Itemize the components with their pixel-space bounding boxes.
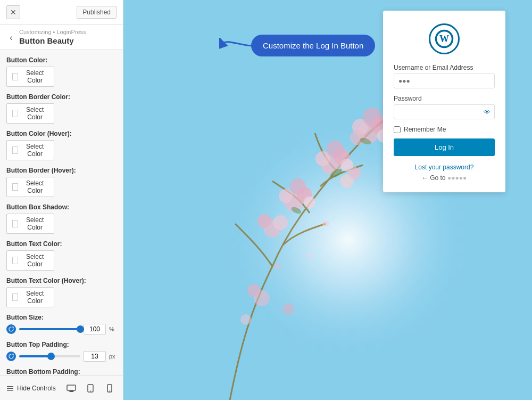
field-group-button-color: Button Color:Select Color — [6, 56, 117, 87]
tablet-icon[interactable] — [84, 381, 97, 395]
svg-rect-1 — [7, 388, 13, 389]
goto-link[interactable]: ●●●●● — [447, 174, 467, 182]
svg-text:W: W — [439, 34, 449, 44]
svg-point-41 — [274, 264, 281, 269]
button-top-padding-input[interactable] — [84, 351, 106, 362]
field-group-button-border-color: Button Border Color:Select Color — [6, 93, 117, 124]
published-button[interactable]: Published — [77, 6, 117, 19]
panel-scroll: Button Color:Select ColorButton Border C… — [0, 50, 123, 400]
button-color-hover-swatch — [12, 146, 18, 154]
button-color-select-label: Select Color — [21, 69, 48, 84]
remember-label: Remember Me — [404, 126, 446, 133]
button-text-color-select-button[interactable]: Select Color — [6, 250, 54, 271]
button-box-shadow-label: Button Box Shadow: — [6, 203, 117, 211]
close-button[interactable]: ✕ — [6, 5, 20, 19]
wp-logo: W — [394, 23, 495, 54]
password-label: Password — [394, 95, 495, 102]
back-button[interactable]: ‹ — [4, 31, 18, 45]
slider-group-button-top-padding: Button Top Padding:px — [6, 341, 117, 362]
desktop-icon[interactable] — [64, 381, 78, 395]
svg-point-35 — [273, 215, 288, 230]
button-size-thumb[interactable] — [77, 325, 84, 333]
button-border-hover-label: Button Border (Hover): — [6, 167, 117, 174]
password-input[interactable] — [394, 104, 495, 119]
eye-icon[interactable]: 👁 — [484, 108, 491, 116]
username-label: Username or Email Address — [394, 64, 495, 71]
tooltip-text: Customize the Log In Button — [263, 41, 363, 50]
goto-prefix: ← Go to — [422, 174, 446, 182]
svg-rect-2 — [7, 390, 13, 391]
svg-point-48 — [247, 284, 260, 297]
forgot-password-link[interactable]: Lost your password? — [394, 164, 495, 171]
breadcrumb: Customizing • LoginPress — [19, 29, 117, 35]
remember-checkbox[interactable] — [394, 126, 401, 133]
wordpress-logo: W — [429, 23, 460, 54]
goto-row: ← Go to ●●●●● — [394, 174, 495, 182]
svg-point-7 — [90, 390, 91, 391]
svg-rect-3 — [67, 385, 76, 390]
section-title: Button Beauty — [19, 36, 117, 45]
field-group-button-box-shadow: Button Box Shadow:Select Color — [6, 203, 117, 234]
svg-rect-4 — [70, 390, 73, 391]
button-text-color-label: Button Text Color: — [6, 240, 117, 248]
svg-rect-5 — [69, 391, 74, 392]
svg-point-25 — [279, 189, 293, 203]
customizer-panel: ✕ Published Customizing • LoginPress But… — [0, 0, 123, 400]
button-border-hover-select-button[interactable]: Select Color — [6, 177, 54, 197]
svg-point-50 — [282, 303, 294, 315]
main-area: Customize the Log In Button W Username o… — [123, 0, 532, 400]
button-border-color-select-label: Select Color — [21, 106, 48, 121]
svg-point-34 — [257, 214, 271, 228]
svg-point-37 — [349, 167, 361, 179]
field-group-button-text-color: Button Text Color:Select Color — [6, 240, 117, 271]
button-box-shadow-select-button[interactable]: Select Color — [6, 214, 54, 234]
button-color-select-button[interactable]: Select Color — [6, 67, 54, 87]
button-box-shadow-select-label: Select Color — [21, 216, 48, 231]
button-border-color-swatch — [12, 110, 18, 117]
field-group-button-text-color-hover: Button Text Color (Hover):Select Color — [6, 277, 117, 307]
mobile-icon[interactable] — [103, 381, 117, 395]
login-button[interactable]: Log In — [394, 138, 495, 156]
hide-controls-button[interactable]: Hide Controls — [6, 385, 56, 392]
button-text-color-hover-select-label: Select Color — [21, 290, 48, 305]
tooltip-bubble: Customize the Log In Button — [251, 35, 375, 56]
button-top-padding-reset-button[interactable] — [6, 352, 16, 361]
remember-row: Remember Me — [394, 126, 495, 133]
button-size-unit: % — [109, 326, 117, 332]
svg-point-40 — [306, 254, 313, 258]
svg-point-20 — [363, 108, 382, 127]
button-text-color-hover-select-button[interactable]: Select Color — [6, 287, 54, 307]
button-text-color-select-label: Select Color — [21, 253, 48, 268]
svg-point-49 — [240, 314, 251, 325]
button-size-reset-button[interactable] — [6, 324, 16, 334]
button-size-input[interactable] — [84, 324, 106, 334]
button-text-color-swatch — [12, 257, 18, 264]
button-text-color-hover-label: Button Text Color (Hover): — [6, 277, 117, 284]
button-border-color-label: Button Border Color: — [6, 93, 117, 101]
top-bar: ✕ Published — [0, 0, 123, 25]
svg-point-43 — [322, 221, 329, 226]
login-card: W Username or Email Address Password 👁 R… — [383, 11, 505, 192]
button-color-hover-select-label: Select Color — [21, 143, 48, 158]
button-border-color-select-button[interactable]: Select Color — [6, 103, 54, 124]
button-bottom-padding-label: Button Bottom Padding: — [6, 368, 117, 375]
button-border-hover-swatch — [12, 183, 18, 191]
button-size-track[interactable] — [19, 328, 80, 330]
svg-point-15 — [327, 141, 344, 158]
button-box-shadow-swatch — [12, 220, 18, 227]
button-text-color-hover-swatch — [12, 293, 18, 301]
username-input[interactable] — [394, 74, 495, 88]
hide-controls-label: Hide Controls — [17, 385, 56, 392]
hide-icon — [6, 385, 14, 392]
button-top-padding-label: Button Top Padding: — [6, 341, 117, 348]
button-color-hover-select-button[interactable]: Select Color — [6, 140, 54, 160]
password-wrapper: 👁 — [394, 104, 495, 119]
button-top-padding-track[interactable] — [19, 355, 80, 357]
button-top-padding-thumb[interactable] — [47, 353, 55, 360]
field-group-button-border-hover: Button Border (Hover):Select Color — [6, 167, 117, 197]
tooltip-arrow — [219, 38, 254, 54]
bottom-bar: Hide Controls — [0, 375, 123, 400]
button-color-hover-label: Button Color (Hover): — [6, 130, 117, 137]
slider-group-button-size: Button Size:% — [6, 314, 117, 334]
svg-rect-0 — [7, 386, 13, 387]
